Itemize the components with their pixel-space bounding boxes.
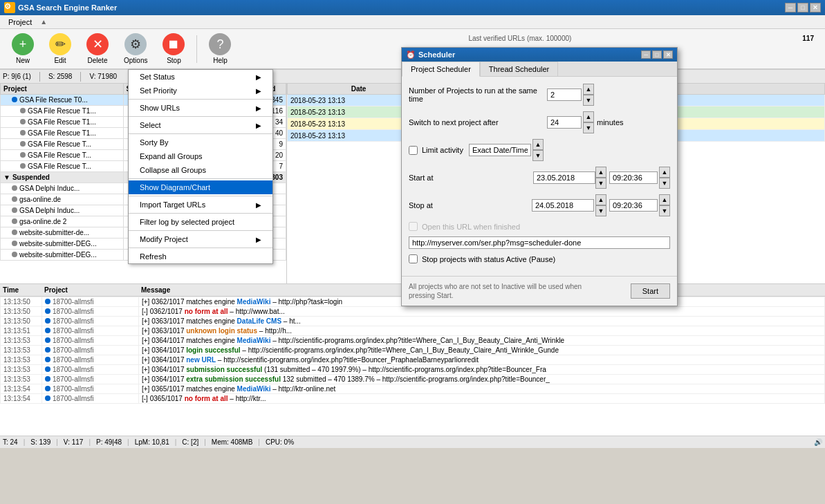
stop-icon: ⏹ <box>163 33 185 55</box>
col-project-header: Project <box>44 286 141 294</box>
context-menu-item-filter-log-by-selected-project[interactable]: Filter log by selected project <box>129 215 272 229</box>
dialog-tabs: Project Scheduler Thread Scheduler <box>402 62 677 77</box>
menu-item-label: Show Diagram/Chart <box>140 183 210 192</box>
dialog-close[interactable]: ✕ <box>663 50 673 59</box>
dialog-minimize[interactable]: ─ <box>641 50 651 59</box>
context-menu-item-set-status[interactable]: Set Status▶ <box>129 70 272 84</box>
projects-input[interactable] <box>547 88 582 101</box>
status-sep-2 <box>80 72 81 82</box>
scheduler-title: Scheduler <box>418 50 455 59</box>
list-item: 13:13:5118700-allmsfi[+] 0363/1017 unkno… <box>1 326 825 336</box>
options-button[interactable]: ⚙ Options <box>118 30 154 68</box>
scheduler-dialog: ⏰ Scheduler ─ □ ✕ Project Scheduler Thre… <box>401 47 678 306</box>
start-time-spin-down[interactable]: ▼ <box>659 178 670 189</box>
list-item: 13:13:5318700-allmsfi[+] 0364/1017 extra… <box>1 375 825 384</box>
context-menu-item-show-urls[interactable]: Show URLs▶ <box>129 101 272 115</box>
list-item: 13:13:5418700-allmsfi[-] 0365/1017 no fo… <box>1 394 825 404</box>
limit-date-input[interactable] <box>469 144 531 156</box>
limit-activity-checkbox[interactable] <box>409 146 418 155</box>
col-project: Project <box>1 84 124 95</box>
start-button[interactable]: Start <box>631 283 670 299</box>
context-menu-item-refresh[interactable]: Refresh <box>129 250 272 263</box>
stop-button[interactable]: ⏹ Stop <box>156 30 191 68</box>
switch-input[interactable] <box>547 116 582 129</box>
start-date-spin-down[interactable]: ▼ <box>595 178 606 189</box>
app-title: GSA Search Engine Ranker <box>18 3 117 12</box>
close-button[interactable]: ✕ <box>810 3 821 12</box>
stop-date-spin-down[interactable]: ▼ <box>595 205 606 216</box>
list-item: 13:13:5418700-allmsfi[+] 0365/1017 match… <box>1 384 825 394</box>
bottom-status-bar: T: 24 | S: 139 | V: 117 | P: 49|48 | LpM… <box>0 436 825 448</box>
tab-project-scheduler[interactable]: Project Scheduler <box>402 62 480 77</box>
start-time-spin-up[interactable]: ▲ <box>659 167 670 178</box>
context-menu-item-sorty-by[interactable]: Sorty By <box>129 136 272 149</box>
log-table: 13:13:5018700-allmsfi[+] 0362/1017 match… <box>0 297 825 404</box>
list-item: 13:13:5018700-allmsfi[-] 0362/1017 no fo… <box>1 307 825 317</box>
open-url-checkbox[interactable] <box>409 222 418 231</box>
switch-spin-up[interactable]: ▲ <box>583 111 594 122</box>
menu-item-label: Refresh <box>140 252 167 261</box>
start-label: Start at <box>409 174 533 182</box>
limit-date-spin-down[interactable]: ▼ <box>532 150 544 161</box>
menu-item-label: Show URLs <box>140 104 180 112</box>
verified-count: 117 <box>802 32 819 42</box>
projects-spin-down[interactable]: ▼ <box>583 95 594 106</box>
stop-date-input[interactable] <box>532 199 594 212</box>
stop-date-spin-up[interactable]: ▲ <box>595 194 606 205</box>
menu-item-label: Filter log by selected project <box>140 218 234 226</box>
projects-spin-up[interactable]: ▲ <box>583 84 594 95</box>
menu-separator <box>129 230 272 231</box>
tab-thread-scheduler[interactable]: Thread Scheduler <box>480 62 558 76</box>
switch-label: Switch to next project after <box>409 118 547 127</box>
submenu-arrow-icon: ▶ <box>256 73 261 81</box>
stop-time-spin-down[interactable]: ▼ <box>659 205 670 216</box>
dialog-info-text: All projects who are not set to Inactive… <box>409 282 595 300</box>
delete-button[interactable]: ✕ Delete <box>80 30 115 68</box>
bottom-p: P: 49|48 <box>96 438 122 446</box>
maximize-button[interactable]: □ <box>797 3 808 12</box>
stop-time-input[interactable] <box>609 199 658 212</box>
projects-label: Number of Projects to run at the same ti… <box>409 86 547 103</box>
start-date-spin-up[interactable]: ▲ <box>595 167 606 178</box>
limit-date-spin-up[interactable]: ▲ <box>532 139 544 150</box>
new-button[interactable]: + New <box>6 30 40 68</box>
url-input[interactable] <box>409 236 670 249</box>
start-time-input[interactable] <box>609 171 658 184</box>
menu-separator <box>129 116 272 117</box>
context-menu-item-modify-project[interactable]: Modify Project▶ <box>129 232 272 246</box>
open-url-label: Open this URL when finished <box>422 223 520 231</box>
list-item: 13:13:5318700-allmsfi[+] 0364/1017 match… <box>1 336 825 346</box>
edit-button[interactable]: ✏ Edit <box>43 30 77 68</box>
bottom-mem: Mem: 408MB <box>212 438 252 446</box>
context-menu-item-select[interactable]: Select▶ <box>129 118 272 132</box>
menu-item-label: Import Target URLs <box>140 200 205 209</box>
minimize-button[interactable]: ─ <box>785 3 796 12</box>
edit-label: Edit <box>54 57 66 64</box>
context-menu[interactable]: Set Status▶Set Priority▶Show URLs▶Select… <box>128 69 273 264</box>
status-sep-1 <box>39 72 40 82</box>
switch-spin-down[interactable]: ▼ <box>583 122 594 133</box>
context-menu-item-expand-all-groups[interactable]: Expand all Groups <box>129 149 272 163</box>
context-menu-item-show-diagram/chart[interactable]: Show Diagram/Chart <box>129 180 272 194</box>
submenu-arrow-icon: ▶ <box>256 87 261 95</box>
help-button[interactable]: ? Help <box>203 30 237 68</box>
stop-projects-checkbox[interactable] <box>409 254 418 263</box>
expand-icon[interactable]: ▼ <box>3 174 10 181</box>
list-item: 13:13:5018700-allmsfi[+] 0363/1017 match… <box>1 317 825 326</box>
menu-separator <box>129 133 272 134</box>
stop-time-spin-up[interactable]: ▲ <box>659 194 670 205</box>
app-icon: ⚙ <box>4 2 15 13</box>
context-menu-item-import-target-urls[interactable]: Import Target URLs▶ <box>129 198 272 212</box>
dialog-footer: All projects who are not set to Inactive… <box>402 276 677 306</box>
status-v: V: 71980 <box>89 73 117 80</box>
context-menu-item-set-priority[interactable]: Set Priority▶ <box>129 84 272 97</box>
speaker-icon: 🔊 <box>814 438 822 446</box>
start-date-input[interactable] <box>533 171 595 184</box>
menu-separator <box>129 213 272 214</box>
context-menu-item-collapse-all-groups[interactable]: Collapse all Groups <box>129 163 272 177</box>
menu-project[interactable]: Project <box>3 17 37 28</box>
menu-item-label: Sorty By <box>140 138 169 147</box>
dialog-maximize[interactable]: □ <box>652 50 662 59</box>
stop-projects-label: Stop projects with status Active (Pause) <box>422 255 555 263</box>
menu-item-label: Modify Project <box>140 235 188 243</box>
